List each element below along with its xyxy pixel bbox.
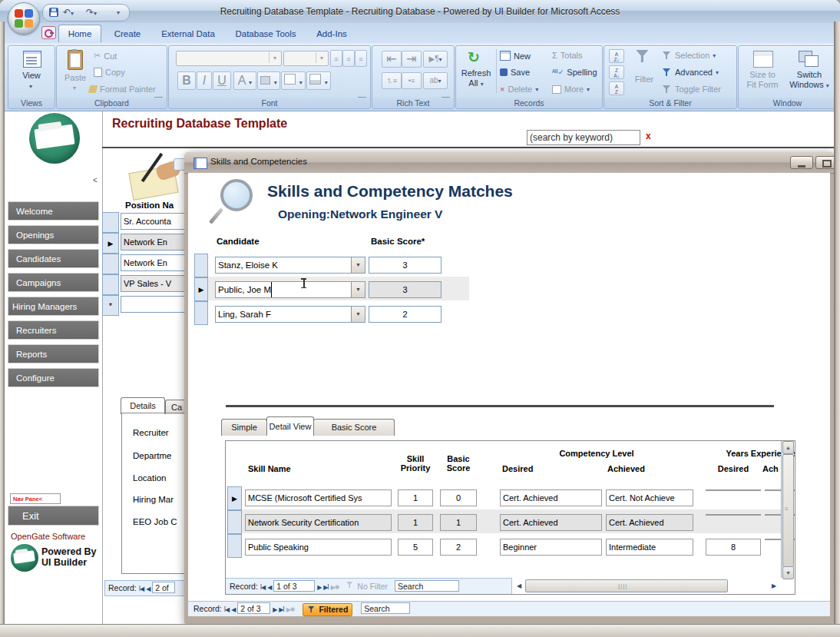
cut-button[interactable]: ✂Cut [94, 51, 117, 61]
delete-record-button[interactable]: ×Delete▾ [500, 85, 538, 94]
bg-first-record-icon[interactable]: Ⅰ◀ [139, 586, 144, 592]
basic-score-cell[interactable]: 0 [440, 489, 477, 506]
basic-score-field[interactable]: 3 [369, 257, 441, 274]
combo-caret-icon[interactable]: ▼ [351, 307, 365, 322]
redo-icon[interactable]: ↷▾ [86, 5, 97, 22]
align-right-button[interactable]: ≡ [355, 50, 367, 67]
bold-button[interactable]: B [177, 71, 196, 90]
position-field[interactable]: Network En [121, 254, 187, 271]
skill-name-cell[interactable]: MCSE (Microsoft Certified Sys [245, 489, 392, 506]
skill-priority-cell[interactable]: 5 [398, 539, 433, 556]
tab-basic-score-explanation[interactable]: Basic Score Explanation [313, 419, 395, 436]
first-record-button[interactable]: Ⅰ◀ [260, 584, 266, 591]
last-record-button[interactable]: ▶Ⅰ [323, 584, 329, 591]
font-name-combobox[interactable]: ▼ [176, 51, 282, 66]
achieved-cell[interactable]: Cert. Achieved [606, 514, 693, 531]
basic-score-field[interactable]: 3 [369, 281, 441, 298]
sidebar-item-configure[interactable]: Configure [8, 368, 99, 387]
combo-caret-icon[interactable]: ▼ [351, 282, 365, 297]
format-painter-button[interactable]: Format Painter [89, 85, 156, 94]
clear-search-button[interactable]: x [646, 131, 651, 141]
candidate-combobox-focused[interactable]: Public, Joe M ▼ [215, 281, 365, 298]
qat-customize-icon[interactable]: ▾ [117, 9, 120, 16]
skill-priority-cell[interactable]: 1 [398, 514, 433, 531]
undo-icon[interactable]: ↶▾ [63, 5, 74, 22]
nav-pane-toggle[interactable]: Nav Pane< [10, 493, 61, 504]
candidate-combobox[interactable]: Ling, Sarah F ▼ [215, 306, 365, 323]
office-button[interactable] [8, 2, 40, 35]
next-record-button[interactable]: ▶ [273, 606, 276, 613]
bg-new-row-selector[interactable]: * [102, 295, 119, 316]
sidebar-item-reports[interactable]: Reports [8, 344, 99, 363]
switch-windows-button[interactable]: Switch Windows ▾ [786, 48, 832, 96]
bg-row-selector[interactable] [102, 212, 119, 233]
tab-add-ins[interactable]: Add-Ins [309, 25, 355, 42]
bg-prev-record-icon[interactable]: ◀ [146, 586, 150, 592]
tab-home[interactable]: Home [58, 25, 101, 42]
dialog-record-position[interactable]: 2 of 3 [237, 602, 270, 614]
fill-color-button[interactable]: ▾ [257, 71, 280, 90]
new-record-nav-button[interactable]: ▶✱ [331, 584, 339, 591]
copy-button[interactable]: Copy [94, 68, 125, 77]
basic-score-cell[interactable]: 1 [440, 514, 477, 531]
bg-tab-details[interactable]: Details [121, 397, 165, 414]
hscroll-right-button[interactable]: ▶ [772, 582, 776, 589]
desired-cell[interactable]: Cert. Achieved [500, 489, 602, 506]
sidebar-item-recruiters[interactable]: Recruiters [8, 320, 99, 340]
position-field-new[interactable] [121, 296, 187, 313]
tab-database-tools[interactable]: Database Tools [227, 25, 304, 42]
save-icon[interactable] [49, 8, 58, 17]
tab-detail-view[interactable]: Detail View [266, 416, 314, 436]
sidebar-item-campaigns[interactable]: Campaigns [8, 273, 99, 292]
underline-button[interactable]: U [213, 71, 231, 90]
decrease-indent-button[interactable]: ⇤ [382, 51, 402, 68]
view-button[interactable]: View ▾ [12, 49, 51, 95]
bg-record-position[interactable]: 2 of [152, 582, 175, 593]
save-record-button[interactable]: Save [500, 68, 530, 77]
next-record-button[interactable]: ▶ [317, 584, 321, 591]
position-field-selected[interactable]: Network En [121, 234, 187, 250]
numbered-list-button[interactable]: ⒈≡ [382, 72, 402, 89]
skill-name-cell[interactable]: Network Security Certification [245, 514, 392, 531]
increase-indent-button[interactable]: ⇥ [402, 51, 422, 68]
advanced-filter-button[interactable]: Advanced▾ [663, 68, 719, 77]
more-button[interactable]: More▾ [552, 85, 590, 94]
horizontal-scroll-thumb[interactable]: |||| [525, 579, 728, 592]
bg-row-selector[interactable] [102, 254, 119, 274]
bg-row-selector[interactable] [102, 274, 119, 295]
skill-name-cell[interactable]: Public Speaking [245, 539, 392, 556]
candidate-row-selector[interactable] [194, 301, 208, 325]
align-center-button[interactable]: ≡ [342, 50, 355, 67]
sidebar-item-welcome[interactable]: Welcome [8, 201, 99, 221]
last-record-button[interactable]: ▶Ⅰ [279, 606, 284, 613]
refresh-all-button[interactable]: ↻ Refresh All ▾ [459, 48, 493, 96]
new-record-nav-button[interactable]: ▶✱ [286, 606, 295, 613]
gridlines-button[interactable]: ▾ [281, 71, 306, 90]
size-to-fit-form-button[interactable]: Size to Fit Form [741, 48, 784, 96]
achieved-cell[interactable]: Cert. Not Achieve [606, 489, 693, 506]
vertical-scrollbar[interactable]: ▲ ≡ ▼ [781, 441, 794, 578]
toggle-filter-button[interactable]: Toggle Filter [663, 85, 721, 94]
basic-score-field[interactable]: 2 [369, 306, 441, 323]
bullet-list-button[interactable]: •≡ [402, 72, 422, 89]
tab-external-data[interactable]: External Data [154, 25, 223, 42]
years-desired-cell[interactable] [706, 514, 761, 516]
font-size-combobox[interactable]: ▼ [283, 51, 329, 66]
candidate-row-selector-current[interactable]: ▶ [194, 277, 208, 301]
new-record-button[interactable]: New [500, 51, 531, 61]
alternate-fill-button[interactable]: ▾ [306, 71, 331, 90]
hscroll-left-button[interactable]: ◀ [517, 582, 521, 589]
prev-record-button[interactable]: ◀ [267, 584, 271, 591]
skill-row-selector-current[interactable]: ▶ [227, 486, 242, 510]
subform-record-position[interactable]: 1 of 3 [273, 580, 315, 592]
sidebar-item-hiring-managers[interactable]: Hiring Managers [8, 297, 99, 316]
dialog-search-input[interactable]: Search [361, 602, 410, 614]
position-field[interactable]: VP Sales - V [121, 275, 187, 292]
prev-record-button[interactable]: ◀ [231, 606, 235, 613]
sort-descending-button[interactable]: ZA↓ [609, 65, 624, 79]
desired-cell[interactable]: Beginner [500, 539, 602, 556]
skill-row-selector[interactable] [227, 510, 242, 534]
sidebar-collapse-arrow[interactable]: < [93, 176, 98, 184]
basic-score-cell[interactable]: 2 [440, 539, 477, 556]
italic-button[interactable]: I [197, 71, 212, 90]
